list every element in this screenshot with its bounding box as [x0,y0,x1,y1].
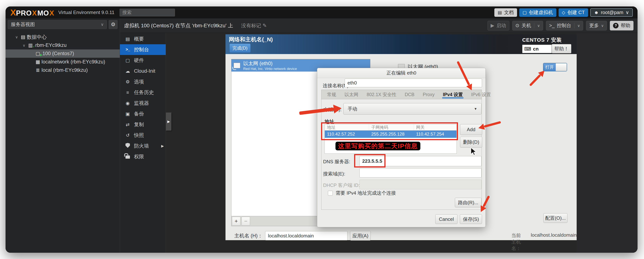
gear-icon: ⚙ [124,79,131,84]
tags-label[interactable]: 没有标记 ✎ [241,22,267,29]
search-input[interactable] [120,9,175,16]
require-ipv4-checkbox[interactable] [328,191,333,196]
installer-help-button[interactable]: 帮助！ [552,44,571,53]
power-icon: ⊙ [516,23,520,28]
book-icon: ▤ [124,36,131,42]
installer-banner: 网络和主机名(_N) 完成(D) CENTOS 7 安装 ⌨ cn 帮助！ [226,34,577,54]
resource-tree: ∨ ▤ 数据中心 ∨ ▥ ✓ rbm-EYc9tkzu ▢ ▶ 100 (Cen… [6,30,120,74]
menu-item-summary[interactable]: ▤概要 [120,34,166,44]
vnc-console[interactable]: ▶ 网络和主机名(_N) 完成(D) CENTOS 7 安装 ⌨ c [166,33,638,253]
start-button[interactable]: ▶ 启动 [488,21,509,30]
current-hostname: 当前主机名： localhost.localdomain [511,232,577,252]
chevron-down-icon: ∨ [101,22,104,27]
pencil-icon[interactable]: ✎ [262,23,267,28]
address-table[interactable]: 地址 子网掩码 网关 110.42.57.252 255.255.255.128… [324,124,457,154]
tab-proxy[interactable]: Proxy [423,90,434,99]
dns-input[interactable]: 223.5.5.5 [360,156,482,166]
require-ipv4-label: 需要 IPv4 地址完成这个连接 [336,190,396,196]
tab-general[interactable]: 常规 [327,90,336,99]
remove-device-button[interactable]: − [242,217,250,226]
search-domain-label: 搜索域(E): [323,171,345,177]
add-address-button[interactable]: Add [460,124,482,135]
add-device-button[interactable]: + [232,217,240,226]
app-window: X PRO X MO X Virtual Environment 9.0.11 … [6,6,638,253]
chevron-down-icon[interactable]: ∨ [578,24,580,28]
menu-item-backup[interactable]: ▣备份 [120,108,166,119]
done-button[interactable]: 完成(D) [229,44,250,53]
user-menu-button[interactable]: ☻ root@pam ∨ [590,8,633,17]
cloud-icon: ☁ [124,68,131,74]
apply-button[interactable]: 应用(A) [350,231,371,240]
dns-label: DNS 服务器: [323,158,350,165]
documentation-button[interactable]: ▤ 文档 [494,8,517,17]
hostname-row: 主机名 (H)： 应用(A) [234,231,371,240]
menu-item-hardware[interactable]: ▢硬件 [120,55,166,66]
tree-item-local-storage[interactable]: ≣ local (rbm-EYc9tkzu) [6,66,120,74]
toggle-knob[interactable] [556,63,567,71]
centos-installer-screen: 网络和主机名(_N) 完成(D) CENTOS 7 安装 ⌨ cn 帮助！ [226,34,577,240]
tree-item-localnetwork[interactable]: ▦ localnetwork (rbm-EYc9tkzu) [6,58,120,66]
tree-item-node[interactable]: ∨ ▥ ✓ rbm-EYc9tkzu [6,41,120,50]
menu-item-cloudinit[interactable]: ☁Cloud-Init [120,66,166,76]
monitor-icon: ▢ [124,58,131,63]
menu-item-task-history[interactable]: ≡任务历史 [120,87,166,98]
gear-icon: ⚙ [111,22,115,28]
view-selector[interactable]: 服务器视图 ∨ [8,20,107,29]
configure-button[interactable]: 配置(O)... [544,213,568,223]
tree-item-vm-100[interactable]: ▢ ▶ 100 (Centos7) [6,50,120,58]
menu-item-options[interactable]: ⚙选项 [120,76,166,87]
storage-icon: ≣ [34,67,42,73]
tab-ethernet[interactable]: 以太网 [344,90,358,99]
tab-ipv4[interactable]: IPv4 设置 [443,90,463,99]
address-table-row[interactable]: 110.42.57.252 255.255.255.128 110.42.57.… [325,130,456,138]
expander-icon[interactable]: ∨ [21,43,27,48]
sync-icon: ⇄ [124,122,131,127]
tab-ipv6[interactable]: IPv6 设置 [471,90,491,99]
keyboard-layout-indicator[interactable]: ⌨ cn [522,45,552,53]
menu-item-monitor[interactable]: ◉监视器 [120,98,166,108]
more-button[interactable]: 更多 ∨ [586,21,607,30]
page-title: 虚拟机 100 (Centos7) 在节点 'rbm-EYc9tkzu' 上 [124,22,233,29]
shield-icon [126,143,130,148]
help-button[interactable]: ? 帮助 [610,21,634,30]
tree-settings-button[interactable]: ⚙ [109,20,118,29]
save-button[interactable]: 保存(S) [460,214,482,224]
menu-item-firewall[interactable]: 防火墙▶ [120,140,166,151]
chevron-down-icon: ∨ [601,24,604,28]
panel-collapse-handle[interactable]: ▶ [166,112,172,130]
connection-name-input[interactable]: eth0 [345,78,482,87]
menu-item-permissions[interactable]: 权限 [120,151,166,162]
monitor-icon: ▢ [522,10,527,15]
hostname-label: 主机名 (H)： [234,232,262,239]
delete-address-button[interactable]: 删除(D) [460,137,482,148]
vm-menu: ▤概要 >_控制台 ▢硬件 ☁Cloud-Init ⚙选项 ≡任务历史 ◉监视器… [120,33,166,253]
create-ct-button[interactable]: ◇ 创建 CT [558,8,588,17]
search-domain-input[interactable] [360,168,482,178]
menu-item-console[interactable]: >_控制台 [120,44,166,55]
tab-8021x[interactable]: 802.1X 安全性 [367,90,396,99]
menu-item-snapshots[interactable]: ↺快照 [120,130,166,140]
expander-icon[interactable]: ∨ [14,35,20,39]
book-icon: ▤ [498,10,502,15]
dialog-title: 正在编辑 eth0 [317,68,486,78]
chevron-down-icon[interactable]: ∨ [537,24,540,28]
shutdown-button[interactable]: ⊙ 关机 ∨ [512,21,543,30]
cancel-button[interactable]: Cancel [435,214,458,224]
device-on-off-toggle[interactable]: 打开 [543,63,567,72]
require-ipv4-row: 需要 IPv4 地址完成这个连接 [328,190,396,196]
dhcp-client-id-label: DHCP 客户端 ID: [323,182,360,188]
tree-item-datacenter[interactable]: ∨ ▤ 数据中心 [6,33,120,41]
create-vm-button[interactable]: ▢ 创建虚拟机 [519,8,556,17]
node-icon: ▥ [27,42,34,48]
tab-dcb[interactable]: DCB [405,90,414,99]
routes-button[interactable]: 路由(R)... [455,198,482,207]
terminal-icon: >_ [124,48,131,52]
console-button[interactable]: >_ 控制台 ∨ [546,21,583,30]
menu-item-replication[interactable]: ⇄复制 [120,119,166,130]
console-right-filler [577,33,638,253]
hostname-input[interactable] [265,231,348,240]
play-icon: ▶ [491,23,494,28]
edit-connection-dialog: 正在编辑 eth0 连接名称(N): eth0 常规 以太网 802.1X 安全… [317,68,486,227]
method-select[interactable]: 手动 ▼ [344,103,482,114]
screenshot-stage: X PRO X MO X Virtual Environment 9.0.11 … [0,0,644,259]
